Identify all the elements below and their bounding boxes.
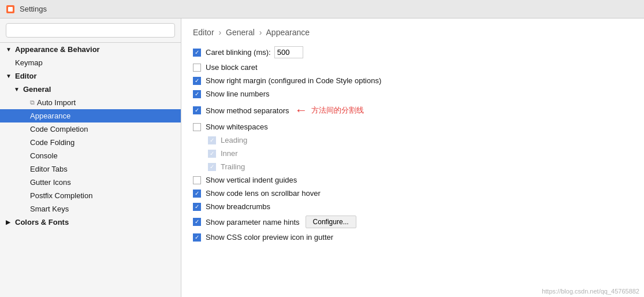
sidebar-item-code-completion[interactable]: Code Completion	[0, 122, 181, 136]
settings-container: Caret blinking (ms):Use block caretShow …	[193, 46, 632, 242]
label-use-block-caret: Use block caret	[206, 63, 258, 72]
setting-row-show-line-numbers: Show line numbers	[193, 90, 632, 98]
arrow-icon: ▼	[6, 46, 13, 53]
setting-row-trailing: Trailing	[193, 162, 632, 171]
sidebar-item-gutter-icons[interactable]: Gutter Icons	[0, 176, 181, 189]
checkbox-show-line-numbers[interactable]	[193, 90, 201, 98]
sidebar: ▼Appearance & BehaviorKeymap▼Editor▼Gene…	[0, 18, 181, 297]
checkbox-show-method-separators[interactable]	[193, 106, 201, 114]
checkbox-caret-blinking[interactable]	[193, 49, 201, 57]
arrow-icon: ▼	[6, 73, 13, 79]
checkbox-show-parameter-hints[interactable]	[193, 218, 201, 226]
arrow-icon: ▶	[6, 219, 13, 225]
label-show-vertical-indent: Show vertical indent guides	[206, 176, 297, 184]
label-trailing: Trailing	[221, 162, 245, 171]
label-inner: Inner	[221, 149, 238, 158]
breadcrumb-part-1: Editor	[193, 28, 214, 37]
label-show-css-color: Show CSS color preview icon in gutter	[206, 233, 333, 242]
checkbox-inner[interactable]	[208, 150, 216, 158]
window-title: Settings	[20, 5, 47, 13]
sidebar-item-console[interactable]: Console	[0, 149, 181, 162]
sidebar-item-smart-keys[interactable]: Smart Keys	[0, 202, 181, 216]
label-show-whitespaces: Show whitespaces	[206, 122, 268, 131]
sidebar-item-label: Keymap	[15, 58, 43, 67]
sidebar-item-auto-import[interactable]: ⧉Auto Import	[0, 96, 181, 109]
sidebar-item-label: Postfix Completion	[30, 191, 92, 200]
sidebar-item-label: Editor	[15, 72, 37, 80]
sidebar-item-appearance[interactable]: Appearance	[0, 109, 181, 122]
checkbox-trailing[interactable]	[208, 163, 216, 171]
arrow-icon: ▼	[14, 86, 21, 92]
input-caret-blinking[interactable]	[274, 46, 303, 58]
red-arrow-icon: ←	[295, 103, 308, 118]
label-show-method-separators: Show method separators	[206, 106, 289, 115]
checkbox-show-code-lens[interactable]	[193, 190, 201, 198]
svg-rect-1	[8, 7, 13, 12]
configure-button[interactable]: Configure...	[306, 216, 356, 228]
label-show-line-numbers: Show line numbers	[206, 90, 270, 98]
sidebar-item-editor-tabs[interactable]: Editor Tabs	[0, 162, 181, 176]
sidebar-item-label: Appearance	[30, 112, 70, 120]
sidebar-items: ▼Appearance & BehaviorKeymap▼Editor▼Gene…	[0, 43, 181, 229]
setting-row-show-breadcrumbs: Show breadcrumbs	[193, 202, 632, 211]
label-show-breadcrumbs: Show breadcrumbs	[206, 202, 270, 211]
sidebar-item-keymap[interactable]: Keymap	[0, 56, 181, 69]
setting-row-show-code-lens: Show code lens on scrollbar hover	[193, 189, 632, 198]
checkbox-use-block-caret[interactable]	[193, 64, 201, 72]
setting-row-leading: Leading	[193, 136, 632, 144]
copy-icon: ⧉	[30, 99, 35, 106]
checkbox-show-css-color[interactable]	[193, 233, 201, 242]
sidebar-item-colors-fonts[interactable]: ▶Colors & Fonts	[0, 216, 181, 229]
label-leading: Leading	[221, 136, 247, 144]
sidebar-item-code-folding[interactable]: Code Folding	[0, 136, 181, 149]
breadcrumb-part-3: Appearance	[266, 28, 310, 37]
main-container: ▼Appearance & BehaviorKeymap▼Editor▼Gene…	[0, 18, 644, 297]
label-show-parameter-hints: Show parameter name hints	[206, 218, 300, 227]
sidebar-item-editor[interactable]: ▼Editor	[0, 69, 181, 83]
setting-row-caret-blinking: Caret blinking (ms):	[193, 46, 632, 58]
search-input[interactable]	[6, 23, 175, 38]
search-box	[0, 18, 181, 43]
sidebar-item-postfix-completion[interactable]: Postfix Completion	[0, 189, 181, 202]
sidebar-item-label: Colors & Fonts	[15, 218, 69, 227]
content-area: Editor › General › Appearance Caret blin…	[181, 18, 644, 297]
checkbox-leading[interactable]	[208, 136, 216, 144]
sidebar-item-label: Gutter Icons	[30, 178, 71, 187]
sidebar-item-label: Editor Tabs	[30, 165, 68, 173]
setting-row-show-vertical-indent: Show vertical indent guides	[193, 176, 632, 184]
sidebar-item-label: Console	[30, 151, 58, 160]
label-caret-blinking: Caret blinking (ms):	[206, 48, 271, 57]
setting-row-show-whitespaces: Show whitespaces	[193, 122, 632, 131]
title-bar: Settings	[0, 0, 644, 18]
setting-row-show-css-color: Show CSS color preview icon in gutter	[193, 233, 632, 242]
annotation-show-method-separators: ←方法间的分割线	[295, 103, 364, 118]
checkbox-show-breadcrumbs[interactable]	[193, 203, 201, 211]
sidebar-item-label: Appearance & Behavior	[15, 45, 100, 54]
sidebar-item-label: Code Folding	[30, 138, 75, 147]
checkbox-show-vertical-indent[interactable]	[193, 176, 201, 184]
sidebar-item-general[interactable]: ▼General	[0, 83, 181, 96]
sidebar-item-label: Smart Keys	[30, 205, 69, 213]
app-icon	[6, 5, 15, 14]
watermark: https://blog.csdn.net/qq_45765882	[542, 288, 639, 295]
setting-row-inner: Inner	[193, 149, 632, 158]
label-show-right-margin: Show right margin (configured in Code St…	[206, 76, 381, 85]
breadcrumb-part-2: General	[226, 28, 255, 37]
label-show-code-lens: Show code lens on scrollbar hover	[206, 189, 321, 198]
setting-row-use-block-caret: Use block caret	[193, 63, 632, 72]
setting-row-show-right-margin: Show right margin (configured in Code St…	[193, 76, 632, 85]
checkbox-show-whitespaces[interactable]	[193, 123, 201, 131]
setting-row-show-parameter-hints: Show parameter name hintsConfigure...	[193, 216, 632, 228]
sidebar-item-label: Code Completion	[30, 125, 88, 133]
annotation-text: 方法间的分割线	[311, 105, 364, 116]
sidebar-item-label: General	[23, 85, 51, 94]
breadcrumb-sep-1: ›	[218, 28, 221, 37]
checkbox-show-right-margin[interactable]	[193, 77, 201, 85]
setting-row-show-method-separators: Show method separators←方法间的分割线	[193, 103, 632, 118]
breadcrumb-sep-2: ›	[259, 28, 262, 37]
sidebar-item-label: Auto Import	[37, 98, 76, 107]
breadcrumb: Editor › General › Appearance	[193, 28, 632, 37]
sidebar-item-appearance-behavior[interactable]: ▼Appearance & Behavior	[0, 43, 181, 56]
